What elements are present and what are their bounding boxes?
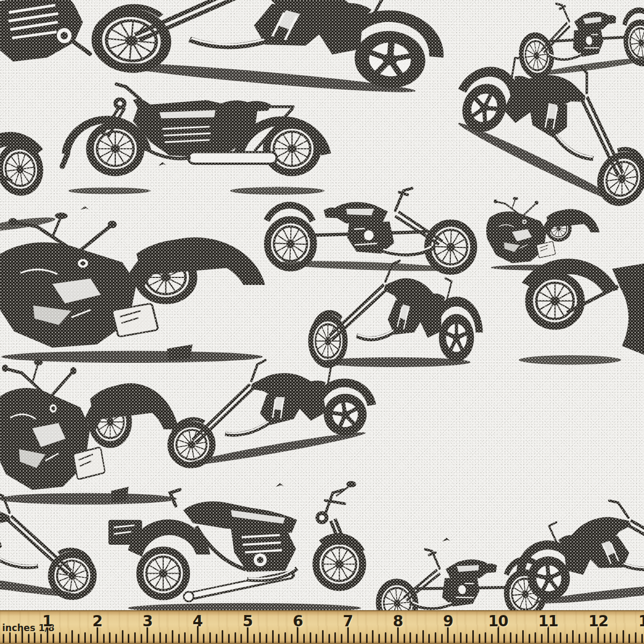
fabric-product-photo: inches 1/8 12345678910111213 — [0, 0, 644, 644]
ruler-tick — [216, 634, 217, 643]
ruler-tick — [141, 634, 142, 643]
ruler-number-6: 6 — [292, 612, 302, 630]
ruler-number-10: 10 — [488, 612, 508, 630]
ruler-tick — [272, 630, 274, 643]
motorcycle-wheel-left-edge — [0, 127, 56, 237]
ruler-tick — [503, 634, 505, 643]
ruler-tick — [635, 632, 636, 643]
ruler-tick — [53, 634, 54, 643]
ruler-tick — [353, 634, 355, 643]
ruler-tick — [416, 634, 418, 643]
motorcycle-bobber-top-right — [515, 0, 644, 80]
ruler-tick — [560, 632, 561, 643]
ruler-number-9: 9 — [443, 612, 452, 630]
ruler-tick — [585, 632, 587, 643]
ruler-tick — [522, 630, 524, 643]
motorcycle-bobber-middle-center — [265, 183, 475, 274]
ruler-tick — [253, 634, 255, 643]
ruler-tick — [159, 632, 161, 643]
ruler-tick — [303, 634, 305, 643]
ruler-number-5: 5 — [243, 612, 252, 630]
ruler-tick — [40, 634, 42, 643]
ruler-tick — [510, 632, 511, 643]
ruler-tick — [209, 632, 211, 643]
motorcycle-cruiser-lower-left — [0, 360, 179, 505]
ruler-tick — [641, 634, 643, 643]
ruler-tick — [128, 634, 129, 643]
ruler-tick — [535, 632, 536, 643]
ruler-tick — [591, 634, 592, 643]
ruler-tick — [435, 632, 436, 643]
motorcycle-classic-roadster-upper-left — [62, 84, 326, 195]
ruler-tick — [122, 630, 123, 643]
ruler-tick — [516, 634, 517, 643]
ruler-number-11: 11 — [538, 612, 558, 630]
ruler-tick — [360, 632, 361, 643]
ruler-tick — [84, 632, 86, 643]
ruler-tick — [404, 634, 405, 643]
ruler-tick — [341, 634, 342, 643]
ruler-tick — [391, 634, 392, 643]
motorcycle-cruiser-middle-left — [0, 213, 265, 363]
ruler-tick — [453, 634, 455, 643]
ruler-number-8: 8 — [393, 612, 402, 630]
ruler-tick — [115, 634, 117, 643]
ruler-tick — [310, 632, 311, 643]
ruler-tick — [34, 632, 35, 643]
ruler-number-13: 13 — [639, 612, 644, 630]
ruler-tick — [322, 630, 324, 643]
ruler-tick — [284, 632, 286, 643]
ruler-number-2: 2 — [92, 612, 102, 630]
ruler-tick — [28, 634, 30, 643]
ruler-number-12: 12 — [588, 612, 608, 630]
ruler-tick — [203, 634, 204, 643]
ruler: inches 1/8 12345678910111213 — [0, 610, 644, 644]
ruler-tick — [259, 632, 261, 643]
ruler-tick — [441, 634, 443, 643]
ruler-tick — [579, 634, 580, 643]
motorcycle-pattern-print — [0, 0, 644, 644]
ruler-tick — [291, 634, 292, 643]
fabric-swatch — [0, 0, 644, 644]
ruler-tick — [385, 632, 386, 643]
ruler-tick — [466, 634, 467, 643]
ruler-tick — [529, 634, 530, 643]
motorcycle-long-chopper-top — [94, 0, 451, 99]
ruler-tick — [278, 634, 280, 643]
ruler-tick — [409, 632, 411, 643]
ruler-tick — [184, 632, 186, 643]
ruler-number-3: 3 — [142, 612, 152, 630]
ruler-tick — [472, 630, 474, 643]
ruler-tick — [316, 634, 317, 643]
ruler-tick — [604, 634, 605, 643]
ruler-tick — [366, 634, 368, 643]
ruler-tick — [460, 632, 462, 643]
ruler-tick — [541, 634, 543, 643]
ruler-tick — [553, 634, 555, 643]
ruler-tick — [328, 634, 330, 643]
ruler-tick — [71, 630, 73, 643]
ruler-number-1: 1 — [42, 612, 52, 630]
ruler-tick — [378, 634, 380, 643]
ruler-tick — [628, 634, 630, 643]
ruler-tick — [623, 630, 624, 643]
ruler-tick — [334, 632, 336, 643]
ruler-tick — [240, 634, 242, 643]
ruler-tick — [21, 630, 23, 643]
ruler-tick — [165, 634, 167, 643]
motorcycle-cruiser-small-middle-right — [486, 197, 599, 270]
ruler-number-4: 4 — [193, 612, 202, 630]
ruler-tick — [191, 634, 192, 643]
motorcycle-raked-chopper-right-edge — [442, 23, 644, 212]
motorcycle-engine-detail-top-left — [0, 0, 90, 63]
ruler-tick — [228, 634, 230, 643]
ruler-tick — [235, 632, 236, 643]
ruler-tick — [15, 634, 17, 643]
ruler-tick — [103, 634, 105, 643]
motorcycle-wheel-right-middle — [519, 259, 644, 364]
ruler-number-7: 7 — [343, 612, 353, 630]
ruler-tick — [59, 632, 61, 643]
ruler-tick — [372, 630, 374, 643]
ruler-tick — [78, 634, 79, 643]
ruler-tick — [616, 634, 618, 643]
